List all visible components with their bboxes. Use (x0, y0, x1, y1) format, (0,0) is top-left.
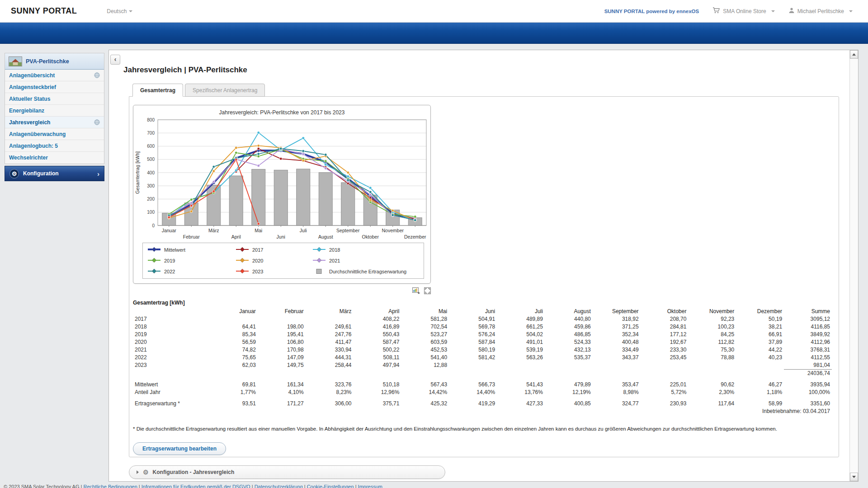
public-globe-icon[interactable] (94, 72, 100, 78)
yield-table: JanuarFebruarMärzAprilMaiJuniJuliAugustS… (133, 308, 832, 415)
sidebar-item-anlagen-bersicht[interactable]: Anlagenübersicht (5, 70, 104, 81)
cell: 78,88 (688, 354, 736, 361)
cell: 4,10% (258, 389, 306, 396)
cell: 419,29 (449, 400, 497, 408)
footer-link[interactable]: Informationen für Endkunden gemäß der DS… (142, 484, 250, 488)
cell: 3351,60 (784, 400, 832, 408)
cell: 318,92 (593, 315, 641, 323)
copyright: © 2023 SMA Solar Technology AG (4, 484, 80, 488)
svg-text:Dezember: Dezember (404, 234, 426, 239)
sidebar-item-konfiguration[interactable]: ⚙ Konfiguration › (5, 166, 104, 181)
fullscreen-icon[interactable] (424, 287, 431, 294)
sidebar-item-label: Anlagenübersicht (9, 72, 55, 79)
cell: 14,40% (449, 389, 497, 396)
scroll-down-button[interactable] (850, 473, 858, 481)
footer-link[interactable]: Cookie-Einstellungen (307, 484, 354, 488)
cell: 1,77% (210, 389, 258, 396)
svg-text:100: 100 (147, 210, 155, 215)
sidebar-item-aktueller-status[interactable]: Aktueller Status (5, 93, 104, 105)
language-selector[interactable]: Deutsch (107, 8, 132, 14)
cell: 37,89 (736, 338, 784, 346)
cell: 504,02 (497, 331, 545, 338)
grand-total-value: 24036,74 (784, 370, 832, 378)
col-header-november: November (688, 308, 736, 315)
cell (545, 361, 593, 370)
export-chart-icon[interactable] (412, 287, 420, 294)
cell: 249,61 (306, 323, 354, 331)
legend-label: 2022 (164, 269, 175, 274)
legend-label: Durchschnittliche Ertragserwartung (329, 269, 406, 274)
table-row-mittelwert: Mittelwert69,81161,34323,76510,18567,435… (133, 381, 832, 389)
footer-link[interactable]: Rechtliche Bedingungen (84, 484, 137, 488)
tab-spezifischer-anlagenertrag[interactable]: Spezifischer Anlagenertrag (185, 84, 265, 97)
sidebar-item-energiebilanz[interactable]: Energiebilanz (5, 105, 104, 117)
cell: 491,01 (497, 338, 545, 346)
sidebar-item-label: Anlagenlogbuch: 5 (9, 143, 58, 149)
cell: 44,22 (736, 346, 784, 354)
cell: 444,31 (306, 354, 354, 361)
cell: 38,21 (736, 323, 784, 331)
scroll-up-button[interactable] (850, 50, 858, 59)
konfiguration-label: Konfiguration (23, 170, 59, 177)
legend-item-2022: 2022 (147, 267, 236, 276)
chevron-down-icon (771, 10, 775, 12)
cell: 230,93 (641, 400, 689, 408)
cell: 576,24 (449, 331, 497, 338)
sidebar-item-wechselrichter[interactable]: Wechselrichter (5, 152, 104, 164)
sidebar-item-anlagen-berwachung[interactable]: Anlagenüberwachung (5, 128, 104, 140)
col-header-mai: Mai (401, 308, 449, 315)
cell (497, 361, 545, 370)
collapse-sidebar-button[interactable]: ‹ (110, 55, 120, 65)
legend-label: 2017 (252, 247, 263, 253)
cell: 170,98 (258, 346, 306, 354)
row-label: 2020 (133, 338, 210, 346)
cell: 334,49 (593, 346, 641, 354)
cell: 147,09 (258, 354, 306, 361)
row-label: 2019 (133, 331, 210, 338)
cell: 3095,12 (784, 315, 832, 323)
yield-chart: 0100200300400500600700800JanuarFebruarMä… (133, 116, 431, 242)
tab-gesamtertrag[interactable]: Gesamtertrag (132, 84, 183, 97)
sunny-portal-logo[interactable]: SUNNY PORTAL (11, 6, 77, 16)
cell: 258,44 (306, 361, 354, 370)
cell: 581,28 (401, 315, 449, 323)
legend-label: 2020 (252, 258, 263, 263)
config-accordion[interactable]: ⚙ Konfiguration - Jahresvergleich (129, 465, 445, 479)
legend-label: Mittelwert (164, 247, 185, 253)
cell: 489,89 (497, 315, 545, 323)
vertical-scrollbar[interactable] (849, 50, 858, 481)
cell (210, 315, 258, 323)
table-row-2023: 202362,03149,75258,44497,9412,88981,04 (133, 361, 832, 370)
arrow-up-icon (852, 53, 856, 56)
page-title: Jahresvergleich | PVA-Perlitschke (123, 66, 840, 75)
col-header-märz: März (306, 308, 354, 315)
cell: 486,85 (545, 331, 593, 338)
footer-link[interactable]: Datenschutzerklärung (255, 484, 303, 488)
edit-expectation-button[interactable]: Ertragserwartung bearbeiten (133, 442, 226, 455)
cell: 375,71 (354, 400, 401, 408)
plant-header[interactable]: PVA-Perlitschke (5, 53, 104, 70)
cart-icon (712, 7, 720, 15)
cell: 416,89 (354, 323, 401, 331)
tab-bar: GesamtertragSpezifischer Anlagenertrag (132, 84, 840, 97)
user-name-label: Michael Perlitschke (797, 8, 844, 14)
legend-marker-icon (236, 268, 249, 275)
sidebar-item-anlagenlogbuch-5[interactable]: Anlagenlogbuch: 5 (5, 140, 104, 152)
commissioning-row: Inbetriebnahme: 03.04.2017 (133, 408, 832, 415)
footer-link[interactable]: Impressum (358, 484, 382, 488)
cell: 12,96% (354, 389, 401, 396)
cell: 603,59 (401, 338, 449, 346)
cell: 62,03 (210, 361, 258, 370)
cell: 1,18% (736, 389, 784, 396)
table-row-ertragserwartung-: Ertragserwartung *93,51171,27306,00375,7… (133, 400, 832, 408)
cell: 56,59 (210, 338, 258, 346)
chevron-right-icon: › (97, 170, 99, 178)
sidebar-item-jahresvergleich[interactable]: Jahresvergleich (5, 117, 104, 128)
row-label: 2022 (133, 354, 210, 361)
user-menu[interactable]: Michael Perlitschke (788, 7, 853, 15)
sidebar-item-anlagensteckbrief[interactable]: Anlagensteckbrief (5, 81, 104, 93)
plant-name: PVA-Perlitschke (26, 58, 69, 65)
cell: 12,88 (401, 361, 449, 370)
sma-online-store-link[interactable]: SMA Online Store (712, 7, 774, 15)
public-globe-icon[interactable] (94, 119, 100, 125)
